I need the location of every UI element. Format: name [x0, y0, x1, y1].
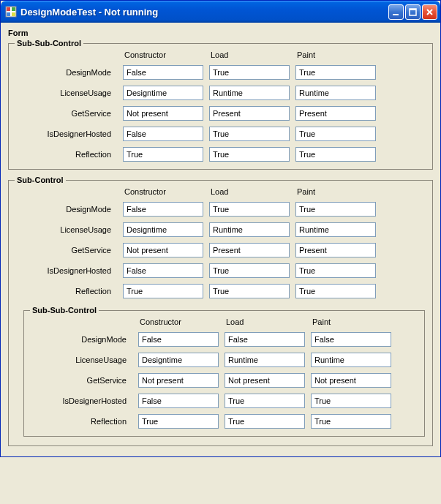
titlebar[interactable]: DesignModeTest - Not running [1, 1, 440, 23]
cell-input[interactable] [138, 394, 219, 408]
col-constructor: Constructor [123, 50, 203, 59]
group-title: Sub-Sub-Control [30, 306, 99, 315]
row-getservice: GetService [30, 376, 132, 385]
window-buttons [388, 4, 437, 20]
window-chrome: DesignModeTest - Not running Form Sub-Su… [0, 0, 441, 457]
row-reflection: Reflection [15, 150, 117, 159]
row-reflection: Reflection [15, 287, 117, 296]
cell-input[interactable] [123, 202, 203, 217]
group-nested-sub-sub-control: Sub-Sub-Control Constructor Load Paint D… [23, 306, 425, 437]
cell-input[interactable] [123, 106, 203, 121]
cell-input[interactable] [295, 127, 376, 141]
cell-input[interactable] [225, 394, 305, 408]
col-paint: Paint [295, 187, 376, 196]
cell-input[interactable] [123, 65, 203, 80]
cell-input[interactable] [209, 202, 290, 217]
cell-input[interactable] [295, 106, 376, 121]
row-licenseusage: LicenseUsage [30, 356, 132, 364]
svg-rect-5 [393, 14, 399, 15]
cell-input[interactable] [225, 353, 305, 367]
cell-input[interactable] [123, 243, 203, 257]
cell-input[interactable] [209, 147, 290, 162]
window-title: DesignModeTest - Not running [20, 7, 388, 18]
grid: Constructor Load Paint DesignMode Licens… [15, 187, 426, 298]
cell-input[interactable] [295, 86, 376, 100]
row-isdesignerhosted: IsDesignerHosted [15, 129, 117, 138]
row-licenseusage: LicenseUsage [15, 89, 117, 97]
minimize-button[interactable] [388, 4, 404, 20]
col-paint: Paint [311, 317, 391, 326]
group-title: Sub-Control [15, 176, 66, 184]
cell-input[interactable] [225, 373, 305, 388]
group-sub-sub-control: Sub-Sub-Control Constructor Load Paint D… [8, 39, 433, 170]
cell-input[interactable] [123, 222, 203, 237]
cell-input[interactable] [123, 86, 203, 100]
col-load: Load [225, 317, 305, 326]
svg-rect-1 [7, 7, 10, 11]
row-isdesignerhosted: IsDesignerHosted [30, 396, 132, 405]
app-icon [5, 6, 17, 18]
cell-input[interactable] [138, 414, 219, 429]
row-reflection: Reflection [30, 417, 132, 426]
row-getservice: GetService [15, 246, 117, 255]
row-designmode: DesignMode [30, 335, 132, 344]
row-designmode: DesignMode [15, 205, 117, 214]
col-paint: Paint [295, 50, 376, 59]
cell-input[interactable] [295, 243, 376, 257]
cell-input[interactable] [138, 353, 219, 367]
svg-rect-4 [12, 12, 15, 16]
cell-input[interactable] [138, 332, 219, 347]
group-title: Sub-Sub-Control [15, 39, 83, 48]
row-designmode: DesignMode [15, 68, 117, 77]
cell-input[interactable] [311, 332, 391, 347]
svg-rect-7 [410, 9, 416, 10]
cell-input[interactable] [295, 284, 376, 298]
cell-input[interactable] [123, 263, 203, 278]
grid: Constructor Load Paint DesignMode Licens… [30, 317, 418, 429]
close-button[interactable] [422, 4, 437, 20]
client-area: Form Sub-Sub-Control Constructor Load Pa… [1, 23, 440, 456]
cell-input[interactable] [209, 243, 290, 257]
cell-input[interactable] [123, 147, 203, 162]
form-label: Form [8, 29, 436, 37]
svg-rect-2 [12, 7, 15, 11]
cell-input[interactable] [138, 373, 219, 388]
row-isdesignerhosted: IsDesignerHosted [15, 266, 117, 275]
cell-input[interactable] [209, 284, 290, 298]
row-licenseusage: LicenseUsage [15, 225, 117, 234]
cell-input[interactable] [209, 86, 290, 100]
grid: Constructor Load Paint DesignMode Licens… [15, 50, 426, 162]
col-constructor: Constructor [123, 187, 203, 196]
cell-input[interactable] [311, 394, 391, 408]
cell-input[interactable] [311, 353, 391, 367]
cell-input[interactable] [123, 284, 203, 298]
cell-input[interactable] [295, 65, 376, 80]
svg-rect-3 [7, 12, 10, 16]
col-constructor: Constructor [138, 317, 219, 326]
cell-input[interactable] [225, 414, 305, 429]
cell-input[interactable] [295, 147, 376, 162]
cell-input[interactable] [209, 106, 290, 121]
col-load: Load [209, 50, 290, 59]
row-getservice: GetService [15, 109, 117, 118]
cell-input[interactable] [225, 332, 305, 347]
cell-input[interactable] [311, 414, 391, 429]
cell-input[interactable] [209, 222, 290, 237]
group-sub-control: Sub-Control Constructor Load Paint Desig… [8, 176, 433, 446]
cell-input[interactable] [123, 127, 203, 141]
col-load: Load [209, 187, 290, 196]
cell-input[interactable] [209, 127, 290, 141]
cell-input[interactable] [295, 202, 376, 217]
cell-input[interactable] [209, 65, 290, 80]
maximize-button[interactable] [405, 4, 421, 20]
cell-input[interactable] [295, 263, 376, 278]
cell-input[interactable] [311, 373, 391, 388]
cell-input[interactable] [295, 222, 376, 237]
cell-input[interactable] [209, 263, 290, 278]
